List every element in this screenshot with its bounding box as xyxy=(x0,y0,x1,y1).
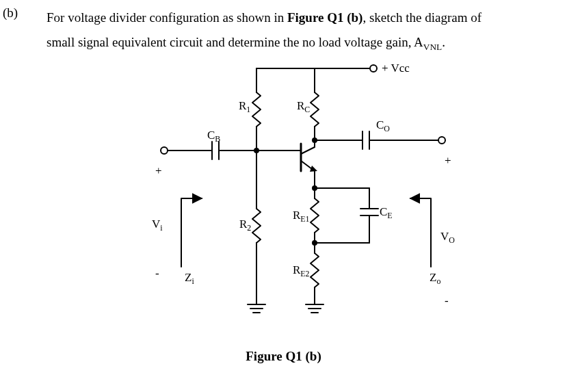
label-zo: Zo xyxy=(430,271,440,287)
figure-caption: Figure Q1 (b) xyxy=(0,349,567,364)
question-text: For voltage divider configuration as sho… xyxy=(47,5,549,55)
label-ce: CE xyxy=(380,205,393,221)
label-vo: VO xyxy=(440,230,455,246)
q-figure-ref: Figure Q1 (b) xyxy=(287,10,362,25)
part-label: (b) xyxy=(3,5,18,21)
label-re1: RE1 xyxy=(293,209,310,224)
label-zi: Zi xyxy=(185,271,194,287)
label-vi-plus: + xyxy=(155,164,162,178)
svg-point-2 xyxy=(370,65,377,72)
q-line1-pre: For voltage divider configuration as sho… xyxy=(47,10,287,25)
q-line1-post: , sketch the diagram of xyxy=(362,10,482,25)
label-rc: RC xyxy=(297,99,310,115)
q-gain-sub: VNL xyxy=(423,42,442,52)
circuit-diagram: + Vcc R1 RC CO CB RE1 CE Vi R2 VO RE2 xyxy=(144,62,458,328)
svg-point-20 xyxy=(161,147,168,154)
label-vi: Vi xyxy=(152,218,163,233)
label-co: CO xyxy=(376,118,390,134)
label-vi-minus: - xyxy=(155,267,159,280)
svg-point-12 xyxy=(438,137,445,144)
label-re2: RE2 xyxy=(293,263,310,279)
q-line2-pre: small signal equivalent circuit and dete… xyxy=(47,35,423,49)
label-cb: CB xyxy=(207,129,220,144)
label-vcc: + Vcc xyxy=(382,62,410,75)
label-vo-minus: - xyxy=(445,294,449,308)
page: (b) For voltage divider configuration as… xyxy=(0,0,567,392)
label-vo-plus: + xyxy=(445,154,451,168)
label-r1: R1 xyxy=(239,99,250,115)
q-line2-post: . xyxy=(442,35,445,49)
svg-line-14 xyxy=(301,147,315,154)
label-r2: R2 xyxy=(239,218,251,233)
